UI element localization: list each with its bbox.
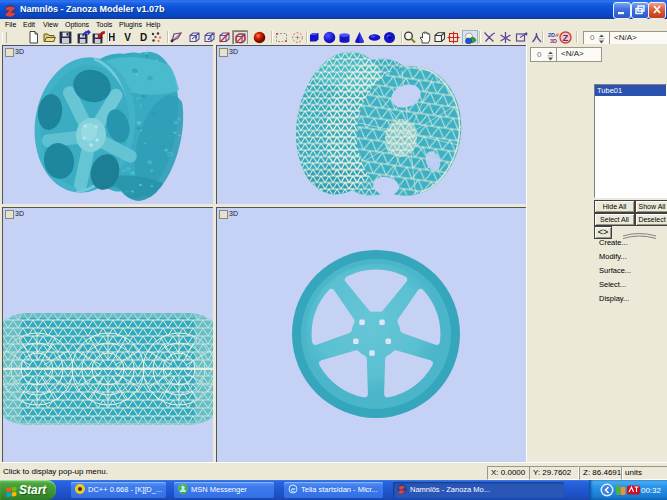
svg-text:3D: 3D — [550, 38, 557, 44]
svg-text:V: V — [124, 32, 131, 43]
svg-text:e: e — [291, 485, 296, 494]
svg-text:D: D — [140, 32, 147, 43]
svg-text:Z: Z — [563, 33, 569, 43]
